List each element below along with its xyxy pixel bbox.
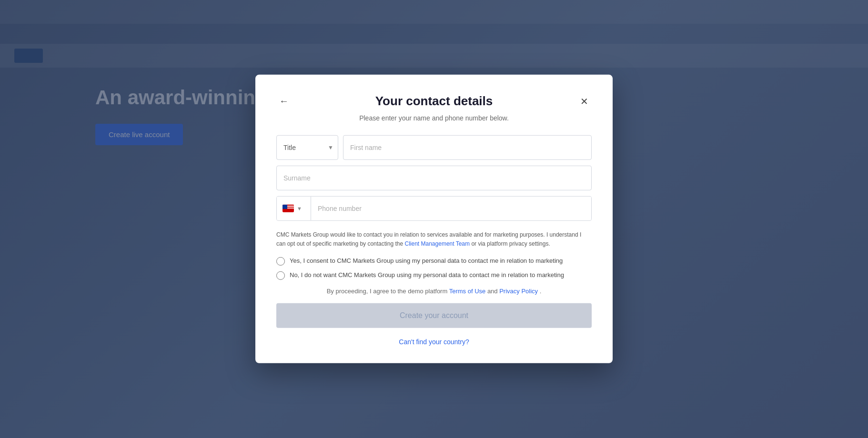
phone-country-selector[interactable]: ▼ (277, 197, 311, 220)
consent-paragraph: CMC Markets Group would like to contact … (276, 230, 592, 249)
modal-title: Your contact details (375, 94, 493, 109)
create-account-button[interactable]: Create your account (276, 303, 592, 328)
phone-input[interactable] (311, 197, 591, 220)
consent-no-radio[interactable] (276, 271, 285, 280)
title-select-wrapper: Title Mr Mrs Ms Dr ▼ (276, 135, 338, 160)
title-select[interactable]: Title Mr Mrs Ms Dr (276, 135, 338, 160)
malaysia-flag-icon (283, 205, 294, 212)
modal-header: ← Your contact details ✕ (276, 94, 592, 109)
contact-details-modal: ← Your contact details ✕ Please enter yo… (255, 75, 613, 363)
consent-yes-option[interactable]: Yes, I consent to CMC Markets Group usin… (276, 256, 592, 266)
consent-yes-radio[interactable] (276, 257, 285, 266)
client-management-link[interactable]: Client Management Team (405, 240, 470, 247)
close-button[interactable]: ✕ (576, 93, 592, 109)
surname-row (276, 166, 592, 190)
consent-yes-label: Yes, I consent to CMC Markets Group usin… (290, 256, 563, 266)
consent-no-option[interactable]: No, I do not want CMC Markets Group usin… (276, 270, 592, 280)
terms-of-use-link[interactable]: Terms of Use (449, 288, 486, 295)
phone-row: ▼ (276, 196, 592, 221)
close-icon: ✕ (580, 95, 588, 107)
name-row: Title Mr Mrs Ms Dr ▼ (276, 135, 592, 160)
consent-no-label: No, I do not want CMC Markets Group usin… (290, 270, 564, 280)
phone-dropdown-arrow-icon: ▼ (297, 206, 302, 211)
surname-input[interactable] (276, 166, 592, 190)
proceed-paragraph: By proceeding, I agree to the demo platf… (276, 288, 592, 295)
back-button[interactable]: ← (276, 93, 292, 109)
first-name-input[interactable] (343, 135, 592, 160)
modal-subtitle: Please enter your name and phone number … (276, 114, 592, 122)
privacy-policy-link[interactable]: Privacy Policy (499, 288, 538, 295)
cant-find-country: Can't find your country? (276, 338, 592, 346)
back-icon: ← (279, 96, 289, 107)
cant-find-country-link[interactable]: Can't find your country? (399, 338, 469, 346)
